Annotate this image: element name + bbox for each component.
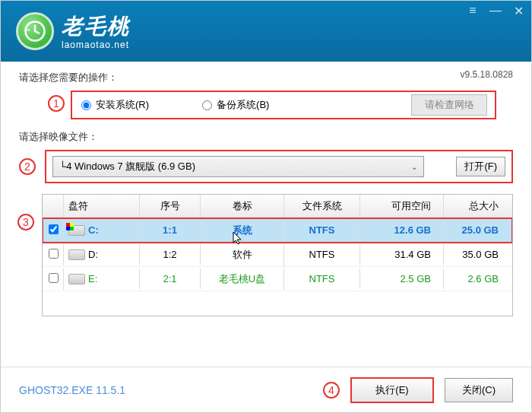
execute-button[interactable]: 执行(E) xyxy=(350,377,434,403)
drive-letter: E: xyxy=(88,273,97,284)
brand-subtitle: laomaotao.net xyxy=(62,40,130,50)
brand: 老毛桃 laomaotao.net xyxy=(62,12,130,50)
th-seq: 序号 xyxy=(140,195,201,218)
radio-install-label: 安装系统(R) xyxy=(96,98,149,112)
radio-backup-label: 备份系统(B) xyxy=(217,98,269,112)
operation-title: 请选择您需要的操作： xyxy=(19,71,513,84)
cell-seq: 1:2 xyxy=(140,244,201,265)
close-icon[interactable]: ✕ xyxy=(511,4,525,17)
drive-icon xyxy=(68,274,85,284)
th-check xyxy=(43,195,64,218)
close-button[interactable]: 关闭(C) xyxy=(445,378,513,402)
step-badge-4: 4 xyxy=(323,382,340,399)
image-title: 请选择映像文件： xyxy=(19,130,513,144)
table-body: C:1:1系统NTFS12.6 GB25.0 GBD:1:2软件NTFS31.4… xyxy=(43,218,512,316)
open-button[interactable]: 打开(F) xyxy=(456,157,505,176)
operation-row: 安装系统(R) 备份系统(B) 请检查网络 xyxy=(71,91,496,119)
cell-vol: 老毛桃U盘 xyxy=(201,268,284,291)
th-vol: 卷标 xyxy=(201,195,284,218)
step-badge-2: 2 xyxy=(19,158,36,175)
image-select-value: └4 Windows 7 旗舰版 (6.9 GB) xyxy=(59,160,195,173)
cell-seq: 1:1 xyxy=(140,220,201,240)
drive-icon xyxy=(68,249,85,260)
row-checkbox[interactable] xyxy=(49,224,59,234)
row-checkbox[interactable] xyxy=(49,273,59,283)
cell-total: 35.0 GB xyxy=(444,244,512,265)
cell-fs: NTFS xyxy=(284,268,360,289)
cell-total: 25.0 GB xyxy=(444,220,512,240)
ghost-label: GHOST32.EXE 11.5.1 xyxy=(19,384,125,396)
th-free: 可用空间 xyxy=(360,195,444,218)
cell-total: 2.6 GB xyxy=(444,268,512,289)
app-window: 老毛桃 laomaotao.net ≡ ― ✕ v9.5.18.0828 请选择… xyxy=(0,0,532,413)
th-total: 总大小 xyxy=(444,195,512,218)
cell-fs: NTFS xyxy=(284,220,360,240)
title-bar: 老毛桃 laomaotao.net ≡ ― ✕ xyxy=(1,1,531,62)
chevron-down-icon: ⌄ xyxy=(411,163,417,171)
image-select[interactable]: └4 Windows 7 旗舰版 (6.9 GB) ⌄ xyxy=(52,156,424,177)
drive-letter: D: xyxy=(88,249,98,260)
cursor-icon xyxy=(232,230,244,246)
partition-group: 3 盘符 序号 卷标 文件系统 可用空间 总大小 C:1:1系统NTFS12.6… xyxy=(19,194,513,316)
th-drive: 盘符 xyxy=(64,195,140,218)
cell-seq: 2:1 xyxy=(140,268,201,289)
check-network-button[interactable]: 请检查网络 xyxy=(411,94,487,116)
radio-backup-input[interactable] xyxy=(202,100,212,110)
footer: GHOST32.EXE 11.5.1 4 执行(E) 关闭(C) xyxy=(1,367,531,412)
step-badge-1: 1 xyxy=(48,95,65,112)
radio-install[interactable]: 安装系统(R) xyxy=(81,98,149,112)
body: v9.5.18.0828 请选择您需要的操作： 1 安装系统(R) 备份系统(B… xyxy=(1,62,531,367)
row-checkbox[interactable] xyxy=(49,249,59,259)
radio-install-input[interactable] xyxy=(81,100,91,110)
cell-free: 2.5 GB xyxy=(360,268,444,289)
cell-vol: 软件 xyxy=(201,243,284,266)
brand-title: 老毛桃 xyxy=(62,12,130,41)
table-row[interactable]: E:2:1老毛桃U盘NTFS2.5 GB2.6 GB xyxy=(43,267,512,291)
partition-table: 盘符 序号 卷标 文件系统 可用空间 总大小 C:1:1系统NTFS12.6 G… xyxy=(42,194,513,316)
table-row[interactable]: C:1:1系统NTFS12.6 GB25.0 GB xyxy=(43,218,512,243)
cell-fs: NTFS xyxy=(284,244,360,265)
window-controls: ≡ ― ✕ xyxy=(466,4,525,17)
table-row[interactable]: D:1:2软件NTFS31.4 GB35.0 GB xyxy=(43,243,512,267)
logo-icon xyxy=(16,12,54,50)
step-badge-3: 3 xyxy=(17,214,34,230)
operation-group: 请选择您需要的操作： 1 安装系统(R) 备份系统(B) 请检查网络 xyxy=(19,71,513,119)
settings-icon[interactable]: ≡ xyxy=(466,4,480,17)
image-group: 请选择映像文件： 2 └4 Windows 7 旗舰版 (6.9 GB) ⌄ 打… xyxy=(19,130,513,183)
table-header: 盘符 序号 卷标 文件系统 可用空间 总大小 xyxy=(43,195,512,218)
drive-letter: C: xyxy=(88,224,99,236)
radio-backup[interactable]: 备份系统(B) xyxy=(202,98,269,112)
cell-free: 31.4 GB xyxy=(360,244,444,265)
cell-free: 12.6 GB xyxy=(360,220,444,240)
drive-icon xyxy=(68,225,85,236)
minimize-icon[interactable]: ― xyxy=(489,4,502,17)
th-fs: 文件系统 xyxy=(284,195,360,218)
